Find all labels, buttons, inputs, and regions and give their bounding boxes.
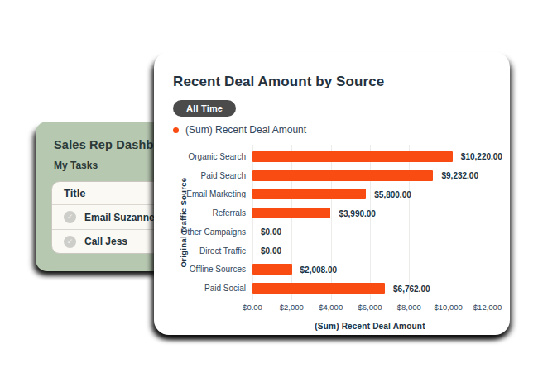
x-axis-title: (Sum) Recent Deal Amount — [252, 322, 488, 331]
category-label: Direct Traffic — [199, 246, 246, 256]
all-time-filter-pill[interactable]: All Time — [173, 100, 236, 117]
chart-plot-area: Original Traffic Source Organic Search$1… — [252, 147, 488, 298]
chart-row: Direct Traffic$0.00 — [252, 241, 488, 261]
category-label: Organic Search — [189, 152, 246, 161]
x-tick-label: $8,000 — [397, 303, 421, 312]
bar[interactable] — [252, 283, 385, 294]
category-label: Offline Sources — [190, 265, 246, 274]
bar-value-label: $2,008.00 — [300, 265, 338, 274]
bar[interactable] — [252, 208, 330, 218]
bar-value-label: $9,232.00 — [441, 171, 478, 180]
check-circle-icon[interactable]: ✓ — [64, 236, 76, 248]
chart-row: Paid Search$9,232.00 — [252, 166, 488, 185]
bar-value-label: $3,990.00 — [339, 208, 376, 218]
bar[interactable] — [252, 151, 453, 162]
page: Sales Rep Dashboard My Tasks Title ✓Emai… — [0, 0, 538, 392]
bar[interactable] — [252, 264, 292, 275]
legend-label: (Sum) Recent Deal Amount — [185, 124, 306, 136]
bar-value-label: $0.00 — [261, 246, 281, 256]
task-label: Email Suzanne — [84, 212, 155, 223]
chart-rows: Organic Search$10,220.00Paid Search$9,23… — [252, 147, 488, 298]
x-tick-label: $6,000 — [358, 303, 382, 312]
check-circle-icon[interactable]: ✓ — [64, 211, 76, 223]
x-tick-label: $12,000 — [473, 303, 502, 312]
x-tick-label: $10,000 — [434, 303, 462, 312]
category-label: Other Campaigns — [181, 227, 246, 237]
category-label: Email Marketing — [186, 189, 246, 198]
chart-title: Recent Deal Amount by Source — [173, 74, 502, 90]
bar[interactable] — [252, 170, 433, 181]
chart-row: Referrals$3,990.00 — [252, 203, 488, 222]
x-tick-label: $2,000 — [280, 303, 304, 312]
chart-row: Other Campaigns$0.00 — [252, 222, 488, 241]
chart-row: Paid Social$6,762.00 — [252, 279, 488, 298]
chart-row: Email Marketing$5,800.00 — [252, 185, 488, 204]
bar-value-label: $6,762.00 — [393, 284, 430, 293]
chart-card: Recent Deal Amount by Source All Time (S… — [154, 52, 510, 335]
task-label: Call Jess — [84, 236, 127, 247]
chart-row: Offline Sources$2,008.00 — [252, 261, 488, 280]
bar-value-label: $5,800.00 — [374, 189, 411, 198]
bar-value-label: $10,220.00 — [461, 152, 502, 161]
legend-item[interactable]: (Sum) Recent Deal Amount — [173, 124, 306, 136]
category-label: Paid Search — [201, 171, 246, 180]
x-axis-ticks: $0.00$2,000$4,000$6,000$8,000$10,000$12,… — [252, 303, 488, 313]
bar[interactable] — [252, 189, 366, 199]
grid-line — [488, 145, 488, 300]
bar-chart: Original Traffic Source Organic Search$1… — [173, 147, 502, 331]
chart-row: Organic Search$10,220.00 — [252, 147, 488, 166]
x-tick-label: $0.00 — [243, 303, 262, 312]
x-tick-label: $4,000 — [319, 303, 343, 312]
legend-dot-icon — [173, 127, 179, 133]
category-label: Paid Social — [204, 284, 246, 293]
category-label: Referrals — [212, 208, 246, 218]
bar-value-label: $0.00 — [261, 227, 281, 237]
